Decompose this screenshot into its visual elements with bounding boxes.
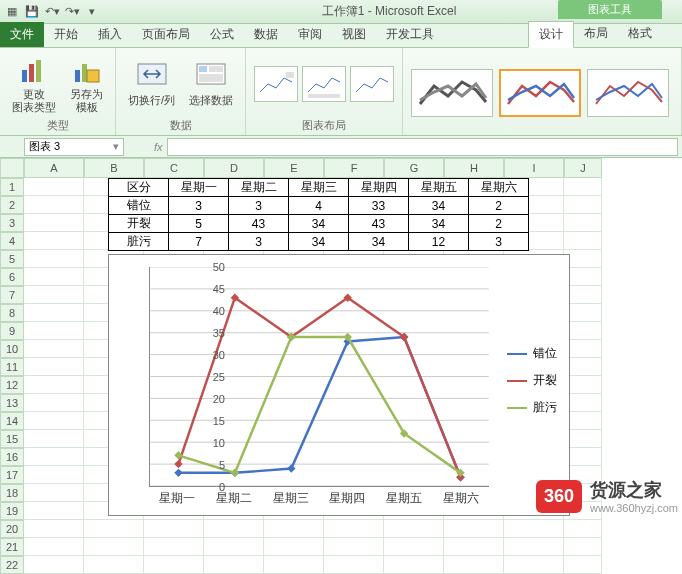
cell[interactable] bbox=[564, 538, 602, 556]
cell[interactable] bbox=[564, 178, 602, 196]
table-cell[interactable]: 星期一 bbox=[169, 179, 229, 197]
cell[interactable] bbox=[24, 268, 84, 286]
row-header[interactable]: 3 bbox=[0, 214, 24, 232]
table-cell[interactable]: 12 bbox=[409, 233, 469, 251]
qat-dropdown-icon[interactable]: ▾ bbox=[84, 4, 100, 20]
cell[interactable] bbox=[24, 250, 84, 268]
table-cell[interactable]: 3 bbox=[229, 233, 289, 251]
row-header[interactable]: 9 bbox=[0, 322, 24, 340]
row-header[interactable]: 10 bbox=[0, 340, 24, 358]
cell[interactable] bbox=[24, 196, 84, 214]
table-cell[interactable]: 开裂 bbox=[109, 215, 169, 233]
cell[interactable] bbox=[564, 520, 602, 538]
cell[interactable] bbox=[144, 556, 204, 574]
tab-view[interactable]: 视图 bbox=[332, 22, 376, 47]
save-icon[interactable]: 💾 bbox=[24, 4, 40, 20]
row-header[interactable]: 17 bbox=[0, 466, 24, 484]
cell[interactable] bbox=[384, 538, 444, 556]
cell[interactable] bbox=[504, 538, 564, 556]
cell[interactable] bbox=[264, 520, 324, 538]
table-cell[interactable]: 34 bbox=[289, 215, 349, 233]
tab-formulas[interactable]: 公式 bbox=[200, 22, 244, 47]
row-header[interactable]: 8 bbox=[0, 304, 24, 322]
table-cell[interactable]: 星期二 bbox=[229, 179, 289, 197]
table-cell[interactable]: 错位 bbox=[109, 197, 169, 215]
row-header[interactable]: 22 bbox=[0, 556, 24, 574]
table-cell[interactable]: 34 bbox=[289, 233, 349, 251]
table-cell[interactable]: 3 bbox=[229, 197, 289, 215]
cell[interactable] bbox=[204, 538, 264, 556]
cell[interactable] bbox=[564, 232, 602, 250]
style-item-2[interactable] bbox=[499, 69, 581, 117]
table-cell[interactable]: 3 bbox=[469, 233, 529, 251]
row-header[interactable]: 20 bbox=[0, 520, 24, 538]
legend-item[interactable]: 错位 bbox=[507, 345, 557, 362]
cell[interactable] bbox=[24, 412, 84, 430]
row-header[interactable]: 13 bbox=[0, 394, 24, 412]
cell[interactable] bbox=[324, 556, 384, 574]
select-all-corner[interactable] bbox=[0, 158, 24, 178]
tab-insert[interactable]: 插入 bbox=[88, 22, 132, 47]
name-box[interactable]: 图表 3 ▾ bbox=[24, 138, 124, 156]
table-cell[interactable]: 3 bbox=[169, 197, 229, 215]
table-cell[interactable]: 34 bbox=[409, 197, 469, 215]
table-cell[interactable]: 43 bbox=[229, 215, 289, 233]
legend-item[interactable]: 开裂 bbox=[507, 372, 557, 389]
cell[interactable] bbox=[384, 556, 444, 574]
table-cell[interactable]: 星期六 bbox=[469, 179, 529, 197]
legend-item[interactable]: 脏污 bbox=[507, 399, 557, 416]
tab-page-layout[interactable]: 页面布局 bbox=[132, 22, 200, 47]
table-cell[interactable]: 星期五 bbox=[409, 179, 469, 197]
col-header[interactable]: J bbox=[564, 158, 602, 178]
cell[interactable] bbox=[24, 340, 84, 358]
cell[interactable] bbox=[24, 430, 84, 448]
cell[interactable] bbox=[24, 358, 84, 376]
style-item-3[interactable] bbox=[587, 69, 669, 117]
cell[interactable] bbox=[24, 232, 84, 250]
cell[interactable] bbox=[24, 448, 84, 466]
cell[interactable] bbox=[84, 556, 144, 574]
cell[interactable] bbox=[144, 520, 204, 538]
cell[interactable] bbox=[444, 520, 504, 538]
cell[interactable] bbox=[444, 556, 504, 574]
col-header[interactable]: G bbox=[384, 158, 444, 178]
row-header[interactable]: 5 bbox=[0, 250, 24, 268]
cell[interactable] bbox=[564, 556, 602, 574]
cell[interactable] bbox=[24, 304, 84, 322]
table-cell[interactable]: 星期四 bbox=[349, 179, 409, 197]
row-header[interactable]: 14 bbox=[0, 412, 24, 430]
cell[interactable] bbox=[264, 556, 324, 574]
cell[interactable] bbox=[564, 196, 602, 214]
row-header[interactable]: 16 bbox=[0, 448, 24, 466]
row-header[interactable]: 7 bbox=[0, 286, 24, 304]
cell[interactable] bbox=[444, 538, 504, 556]
name-box-dropdown-icon[interactable]: ▾ bbox=[113, 140, 119, 153]
tab-file[interactable]: 文件 bbox=[0, 22, 44, 47]
col-header[interactable]: A bbox=[24, 158, 84, 178]
table-cell[interactable]: 4 bbox=[289, 197, 349, 215]
table-cell[interactable]: 34 bbox=[409, 215, 469, 233]
row-header[interactable]: 6 bbox=[0, 268, 24, 286]
col-header[interactable]: F bbox=[324, 158, 384, 178]
table-cell[interactable]: 2 bbox=[469, 215, 529, 233]
tab-data[interactable]: 数据 bbox=[244, 22, 288, 47]
table-cell[interactable]: 2 bbox=[469, 197, 529, 215]
cell[interactable] bbox=[504, 556, 564, 574]
table-cell[interactable]: 7 bbox=[169, 233, 229, 251]
tab-review[interactable]: 审阅 bbox=[288, 22, 332, 47]
cell[interactable] bbox=[204, 520, 264, 538]
undo-icon[interactable]: ↶▾ bbox=[44, 4, 60, 20]
row-header[interactable]: 19 bbox=[0, 502, 24, 520]
layout-item-3[interactable] bbox=[350, 66, 394, 102]
tab-format[interactable]: 格式 bbox=[618, 21, 662, 47]
col-header[interactable]: C bbox=[144, 158, 204, 178]
col-header[interactable]: H bbox=[444, 158, 504, 178]
save-template-button[interactable]: 另存为 模板 bbox=[66, 52, 107, 116]
row-header[interactable]: 11 bbox=[0, 358, 24, 376]
table-cell[interactable]: 34 bbox=[349, 233, 409, 251]
cell[interactable] bbox=[324, 520, 384, 538]
select-data-button[interactable]: 选择数据 bbox=[185, 58, 237, 109]
excel-icon[interactable]: ▦ bbox=[4, 4, 20, 20]
change-chart-type-button[interactable]: 更改 图表类型 bbox=[8, 52, 60, 116]
style-item-1[interactable] bbox=[411, 69, 493, 117]
